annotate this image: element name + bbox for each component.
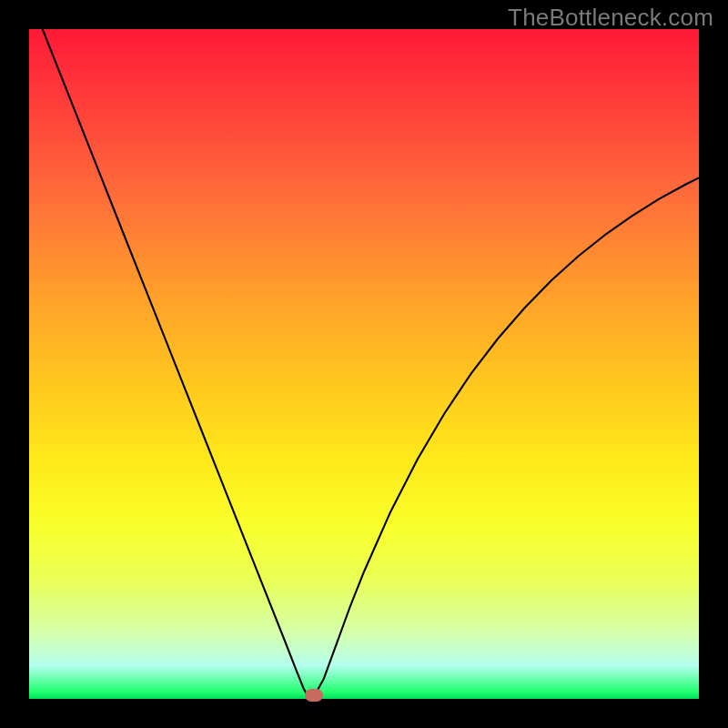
optimal-point-marker [305, 689, 323, 702]
watermark-text: TheBottleneck.com [508, 4, 713, 32]
bottleneck-curve-svg [29, 29, 699, 699]
curve-left-branch [43, 29, 308, 697]
curve-right-branch [314, 177, 699, 696]
chart-area [29, 29, 699, 699]
